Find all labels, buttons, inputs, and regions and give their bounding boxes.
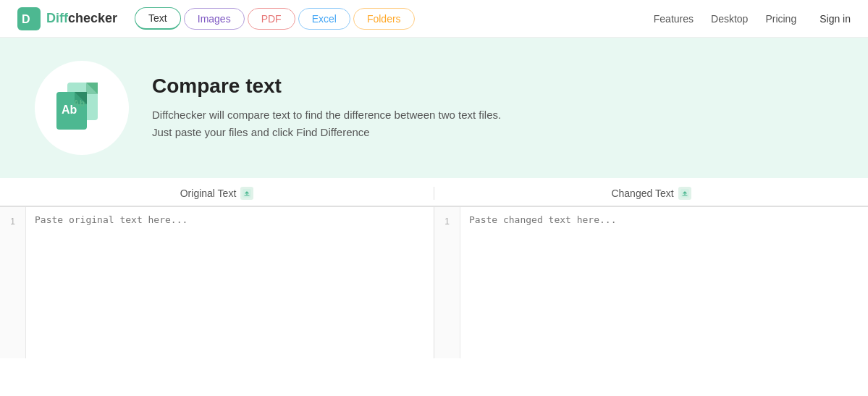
compare-files-icon: Ab Ab [46, 72, 118, 144]
upload-original-icon[interactable] [240, 187, 253, 200]
nav-desktop[interactable]: Desktop [711, 13, 748, 25]
hero-description-line1: Diffchecker will compare text to find th… [152, 106, 501, 124]
hero-description-line2: Just paste your files and click Find Dif… [152, 124, 501, 141]
tab-pdf[interactable]: PDF [248, 8, 295, 30]
changed-line-numbers: 1 [434, 207, 460, 358]
logo-text: Diffchecker [46, 11, 117, 26]
nav-links: Features Desktop Pricing [654, 13, 796, 25]
logo-icon: D [17, 7, 41, 30]
changed-text-input[interactable] [460, 207, 868, 358]
original-text-label: Original Text [0, 187, 434, 200]
upload-changed-icon[interactable] [678, 187, 691, 200]
hero-title: Compare text [152, 75, 501, 98]
tab-excel[interactable]: Excel [298, 8, 350, 30]
hero-text: Compare text Diffchecker will compare te… [152, 75, 501, 141]
main-header: D Diffchecker Text Images PDF Excel Fold… [0, 0, 868, 38]
hero-icon-container: Ab Ab [35, 61, 129, 155]
nav-features[interactable]: Features [654, 13, 694, 25]
sign-in-button[interactable]: Sign in [819, 13, 851, 25]
line-number-1-right: 1 [444, 214, 450, 229]
original-text-input[interactable] [26, 207, 434, 358]
svg-text:Ab: Ab [73, 98, 85, 109]
nav-tabs: Text Images PDF Excel Folders [135, 7, 654, 30]
svg-text:D: D [22, 13, 30, 25]
line-number-1-left: 1 [10, 214, 15, 229]
changed-text-label: Changed Text [434, 187, 868, 200]
tab-folders[interactable]: Folders [353, 8, 415, 30]
hero-banner: Ab Ab Compare text Diffchecker will comp… [0, 38, 868, 178]
tab-images[interactable]: Images [184, 8, 245, 30]
editor-area: Original Text Changed Text [0, 178, 868, 358]
editor-labels-bar: Original Text Changed Text [0, 178, 868, 206]
changed-editor-pane: 1 [434, 207, 868, 358]
logo-link[interactable]: D Diffchecker [17, 7, 117, 30]
editors-container: 1 1 [0, 206, 868, 358]
nav-pricing[interactable]: Pricing [765, 13, 796, 25]
original-line-numbers: 1 [0, 207, 26, 358]
original-editor-pane: 1 [0, 207, 434, 358]
tab-text[interactable]: Text [135, 7, 181, 30]
